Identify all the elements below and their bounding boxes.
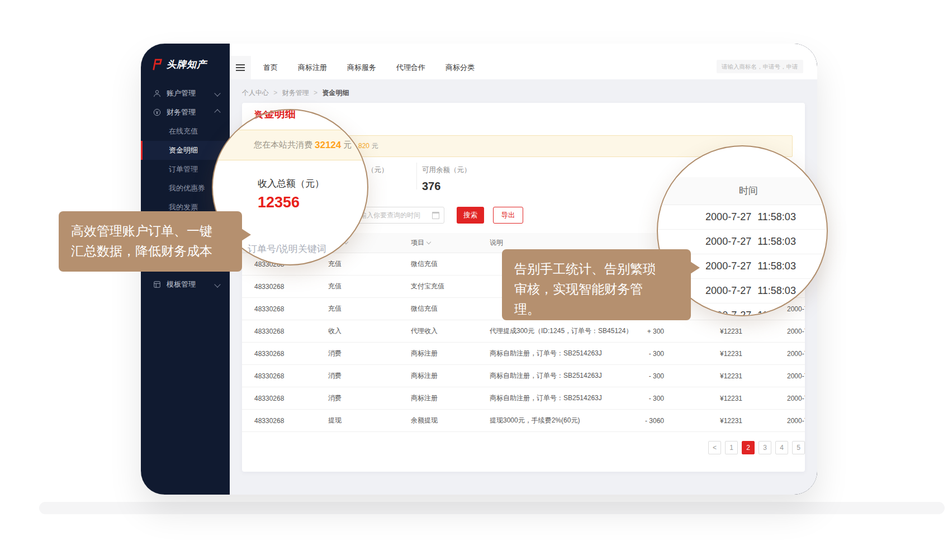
sidebar-item-fund-detail[interactable]: 资金明细 (141, 141, 230, 160)
callout-pointer (690, 262, 700, 274)
sidebar-item-label: 模板管理 (167, 279, 196, 290)
stat-balance: 可用余额（元） 376 (422, 165, 471, 193)
user-icon (153, 89, 161, 97)
breadcrumb-separator: > (314, 89, 317, 97)
magnified-header-fragment: 订单号/说明关键词 (248, 243, 326, 255)
breadcrumb-separator: > (273, 89, 277, 97)
breadcrumb-part[interactable]: 个人中心 (242, 89, 269, 97)
banner-text: 820 元 (358, 136, 378, 156)
pagination-prev-button[interactable]: < (708, 441, 721, 454)
pagination-page-4[interactable]: 4 (775, 441, 788, 454)
finance-icon (153, 108, 161, 116)
pagination-page-3[interactable]: 3 (759, 441, 771, 454)
chevron-down-icon (426, 240, 431, 244)
pagination-page-1[interactable]: 1 (725, 441, 738, 454)
stat-divider (416, 163, 417, 189)
stat-value: 376 (422, 180, 471, 193)
nav-tab-trademark-class[interactable]: 商标分类 (445, 63, 475, 73)
table-row: 48330268消费商标注册商标自助注册，订单号：SB2514263J- 300… (242, 387, 805, 410)
stat-label: （元） (367, 165, 388, 175)
table-row: 48330268提现余额提现提现3000元，手续费2%(60元)- 3060¥1… (242, 410, 805, 432)
chevron-down-icon (214, 90, 220, 96)
callout-line: 理。 (514, 299, 679, 319)
sidebar-item-recharge[interactable]: 在线充值 (141, 122, 230, 141)
search-button[interactable]: 搜索 (457, 207, 484, 224)
header-project[interactable]: 项目 (411, 238, 490, 248)
magnified-income-label: 收入总额（元） (258, 177, 324, 190)
table-row: 48330268收入代理收入代理提成300元（ID:1245，订单号：SB451… (242, 320, 805, 343)
callout-right: 告别手工统计、告别繁琐 审核，实现智能财务管 理。 (502, 249, 691, 320)
pagination: < 1 2 3 4 5 (708, 441, 805, 454)
table-row: 48330268消费商标注册商标自助注册，订单号：SB2514263J- 300… (242, 343, 805, 365)
hamburger-menu-icon[interactable] (230, 56, 251, 79)
laptop-base (39, 502, 945, 514)
trademark-search-input[interactable] (717, 60, 803, 73)
page: 头牌知产 账户管理 财务管理 在线充值 资金明细 订单管理 (0, 0, 948, 560)
sidebar-item-label: 账户管理 (167, 88, 196, 98)
pagination-page-5[interactable]: 5 (792, 441, 805, 454)
calendar-icon[interactable] (432, 212, 439, 219)
breadcrumb-part[interactable]: 财务管理 (282, 89, 309, 97)
magnified-time-header: 时间 (658, 177, 827, 205)
header-desc: 说明 (490, 238, 635, 248)
pagination-page-2-active[interactable]: 2 (742, 441, 755, 454)
breadcrumb: 个人中心 > 财务管理 > 资金明细 (242, 88, 349, 98)
sidebar-item-account[interactable]: 账户管理 (141, 84, 230, 103)
stat-label: 可用余额（元） (422, 165, 471, 175)
chevron-down-icon (214, 281, 220, 287)
sidebar-item-templates[interactable]: 模板管理 (141, 275, 230, 294)
nav-tab-agent[interactable]: 代理合作 (396, 63, 425, 73)
chevron-up-icon (214, 109, 220, 115)
date-query-input[interactable] (354, 207, 444, 224)
table-row: 48330268消费商标注册商标自助注册，订单号：SB2514263J- 300… (242, 365, 805, 387)
brand-icon (151, 59, 163, 71)
breadcrumb-current: 资金明细 (322, 89, 349, 97)
sidebar-item-finance[interactable]: 财务管理 (141, 103, 230, 122)
stat-expense: （元） (367, 165, 388, 175)
callout-line: 告别手工统计、告别繁琐 (514, 259, 679, 279)
nav-tab-trademark-service[interactable]: 商标服务 (347, 63, 376, 73)
export-button[interactable]: 导出 (493, 207, 523, 224)
brand-name: 头牌知产 (167, 58, 207, 71)
magnified-income-value: 12356 (258, 194, 300, 211)
callout-left: 高效管理账户订单、一键 汇总数据，降低财务成本 (59, 211, 242, 272)
callout-line: 审核，实现智能财务管 (514, 279, 679, 299)
callout-line: 高效管理账户订单、一键 (71, 221, 230, 241)
magnified-banner: 您在本站共消费 32124 元 (212, 130, 368, 160)
magnified-time-cell: 2000-7-27 11:58:03 (658, 205, 827, 230)
template-icon (153, 281, 161, 288)
sidebar-item-label: 财务管理 (167, 107, 196, 117)
nav-tab-trademark-register[interactable]: 商标注册 (298, 63, 327, 73)
logo[interactable]: 头牌知产 (151, 58, 207, 71)
top-navbar: 首页 商标注册 商标服务 代理合作 商标分类 (230, 44, 817, 79)
nav-tabs: 首页 商标注册 商标服务 代理合作 商标分类 (263, 63, 475, 73)
callout-pointer (241, 229, 251, 241)
callout-line: 汇总数据，降低财务成本 (71, 241, 230, 261)
nav-tab-home[interactable]: 首页 (263, 63, 278, 73)
